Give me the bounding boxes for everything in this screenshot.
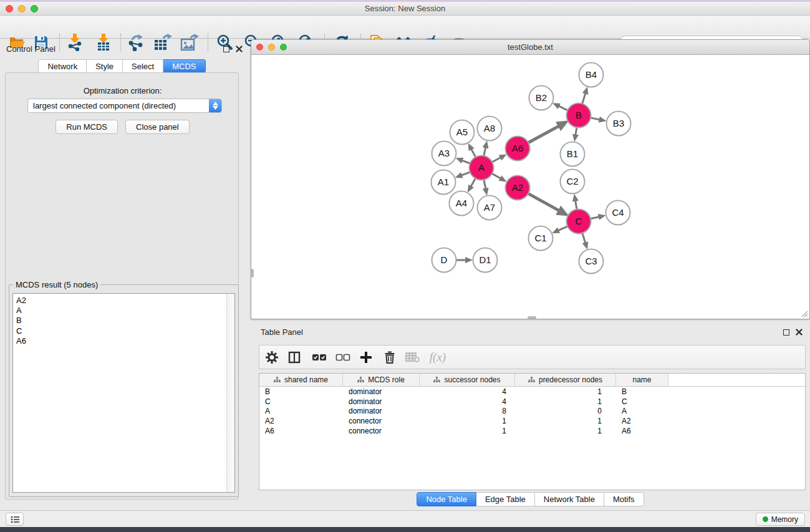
- svg-text:D: D: [441, 254, 448, 265]
- tab-network-table[interactable]: Network Table: [535, 492, 604, 506]
- main-titlebar: Session: New Session: [0, 2, 810, 16]
- table-row[interactable]: A2connector11A2: [259, 416, 805, 426]
- network-graph[interactable]: B4B2BB3A8A5A6A3B1AA1C2A2A4A7C4CC1C3DD1: [251, 55, 809, 319]
- column-header-successor-nodes[interactable]: successor nodes: [420, 374, 515, 386]
- table-cell: 4: [420, 387, 515, 396]
- close-panel-button[interactable]: Close panel: [125, 120, 190, 134]
- mcds-result-item[interactable]: B: [16, 316, 223, 326]
- import-network-icon[interactable]: [64, 32, 85, 52]
- select-all-rows-icon[interactable]: [310, 348, 329, 367]
- network-window-titlebar[interactable]: testGlobe.txt: [251, 40, 809, 55]
- mcds-result-group: MCDS result (5 nodes) A2ABCA6: [9, 284, 239, 497]
- delete-table-icon-disabled: [403, 348, 422, 367]
- table-cell: 1: [515, 427, 616, 435]
- table-cell: 8: [420, 407, 515, 415]
- close-panel-icon[interactable]: [236, 46, 243, 52]
- float-table-panel-icon[interactable]: [783, 329, 789, 336]
- export-table-icon[interactable]: [152, 32, 173, 52]
- optimization-criterion-label: Optimization criterion:: [6, 86, 239, 95]
- show-panels-list-button[interactable]: [6, 513, 24, 526]
- control-panel-window-buttons: [223, 46, 243, 52]
- tab-network[interactable]: Network: [38, 59, 87, 73]
- memory-button[interactable]: Memory: [756, 513, 805, 526]
- control-panel-tabs: Network Style Select MCDS: [0, 59, 244, 73]
- svg-text:D1: D1: [479, 254, 491, 265]
- mcds-result-item[interactable]: A: [16, 306, 223, 316]
- select-stepper-icon: [209, 99, 221, 112]
- table-cell: 0: [515, 407, 616, 415]
- toolbar-separator: [208, 34, 208, 51]
- svg-text:A5: A5: [456, 127, 468, 137]
- svg-text:C2: C2: [566, 176, 578, 186]
- horizontal-scroll-thumb[interactable]: [528, 316, 536, 319]
- add-column-icon[interactable]: [357, 348, 375, 367]
- tab-mcds[interactable]: MCDS: [163, 59, 205, 73]
- mcds-list-scrollbar[interactable]: [226, 294, 234, 492]
- network-window-title: testGlobe.txt: [251, 42, 809, 52]
- close-table-panel-icon[interactable]: [796, 329, 803, 336]
- tab-node-table[interactable]: Node Table: [417, 492, 476, 506]
- column-label: shared name: [284, 375, 328, 384]
- mcds-panel: Optimization criterion: largest connecte…: [5, 72, 239, 500]
- export-image-icon[interactable]: [179, 32, 200, 52]
- svg-text:B2: B2: [536, 92, 547, 103]
- table-row[interactable]: Cdominator41C: [259, 397, 805, 407]
- float-panel-icon[interactable]: [223, 46, 229, 52]
- run-mcds-button[interactable]: Run MCDS: [55, 120, 118, 134]
- delete-column-trash-icon[interactable]: [380, 348, 399, 367]
- table-cell: 1: [515, 397, 616, 406]
- table-cell: A2: [259, 417, 343, 425]
- node-table-body: Bdominator41BCdominator41CAdominator80AA…: [259, 387, 805, 435]
- deselect-all-rows-icon[interactable]: [334, 348, 352, 367]
- table-panel-layout-icon[interactable]: [285, 348, 304, 367]
- status-bar: Memory: [0, 510, 810, 527]
- svg-text:B1: B1: [567, 148, 578, 159]
- mcds-result-item[interactable]: A2: [16, 296, 223, 306]
- tab-edge-table[interactable]: Edge Table: [476, 492, 535, 506]
- column-header-shared-name[interactable]: shared name: [259, 374, 343, 386]
- table-cell: B: [616, 387, 668, 396]
- mcds-result-item[interactable]: A6: [16, 336, 223, 346]
- column-header-predecessor-nodes[interactable]: predecessor nodes: [515, 374, 616, 386]
- column-label: MCDS role: [368, 375, 405, 384]
- table-cell: A2: [616, 417, 668, 425]
- mcds-buttons-row: Run MCDS Close panel: [6, 120, 239, 134]
- tab-motifs[interactable]: Motifs: [604, 492, 644, 506]
- table-cell: A: [259, 407, 343, 415]
- mcds-result-title: MCDS result (5 nodes): [13, 280, 100, 289]
- tab-style[interactable]: Style: [87, 59, 123, 73]
- table-settings-gear-icon[interactable]: [263, 348, 281, 367]
- table-row[interactable]: A6connector11A6: [259, 426, 805, 436]
- tab-select[interactable]: Select: [123, 59, 163, 73]
- resize-grip-icon[interactable]: [800, 309, 808, 317]
- column-type-icon: [274, 377, 281, 383]
- control-panel-title: Control Panel: [6, 44, 55, 54]
- svg-text:B: B: [576, 110, 582, 120]
- table-cell: connector: [343, 417, 420, 425]
- network-canvas[interactable]: B4B2BB3A8A5A6A3B1AA1C2A2A4A7C4CC1C3DD1: [251, 55, 809, 319]
- import-table-icon[interactable]: [93, 32, 114, 52]
- svg-text:A2: A2: [512, 182, 523, 193]
- export-network-icon[interactable]: [125, 32, 147, 52]
- table-cell: connector: [343, 427, 420, 435]
- vertical-scroll-thumb[interactable]: [251, 269, 254, 278]
- svg-text:C1: C1: [534, 233, 546, 243]
- table-row[interactable]: Adominator80A: [259, 406, 805, 416]
- svg-text:A3: A3: [438, 148, 450, 158]
- table-cell: dominator: [343, 407, 420, 415]
- table-cell: B: [259, 387, 343, 396]
- column-label: predecessor nodes: [539, 375, 602, 384]
- node-table: shared name MCDS role successor nodes pr…: [259, 373, 806, 490]
- table-row[interactable]: Bdominator41B: [259, 387, 805, 397]
- table-cell: A: [616, 407, 668, 415]
- column-header-name[interactable]: name: [616, 374, 668, 386]
- svg-text:A4: A4: [456, 198, 467, 208]
- table-cell: A6: [616, 427, 668, 435]
- table-toolbar: f(x): [259, 345, 806, 369]
- svg-text:A1: A1: [438, 177, 449, 187]
- column-header-mcds-role[interactable]: MCDS role: [343, 374, 420, 386]
- svg-text:A6: A6: [512, 143, 523, 153]
- desktop-edge: [0, 527, 810, 532]
- optimization-criterion-select[interactable]: largest connected component (directed): [27, 99, 222, 113]
- mcds-result-item[interactable]: C: [16, 326, 223, 336]
